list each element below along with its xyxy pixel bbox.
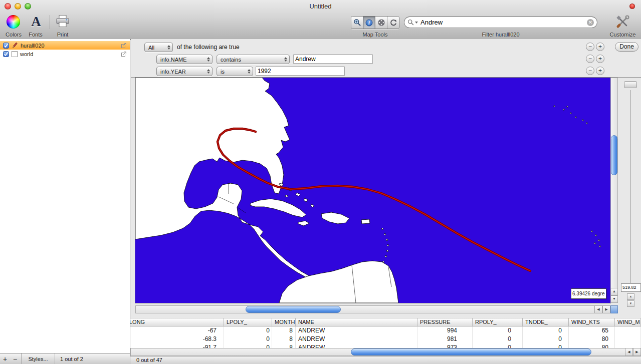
fonts-icon[interactable]: A <box>29 14 43 29</box>
table-horizontal-scrollbar-thumb[interactable] <box>351 348 591 355</box>
layer-checkbox-checked[interactable] <box>3 51 9 57</box>
detach-layer-icon[interactable] <box>121 43 127 49</box>
rule2-value-field[interactable] <box>256 67 345 76</box>
scroll-right-icon[interactable]: ▶ <box>602 305 610 313</box>
done-button[interactable]: Done <box>615 42 638 52</box>
filter-search-field[interactable]: ✕ <box>404 17 597 28</box>
match-mode-popup[interactable]: All <box>144 43 173 52</box>
print-label: Print <box>50 32 75 38</box>
map-horizontal-scrollbar[interactable] <box>135 305 610 313</box>
column-header-pressure[interactable]: PRESSURE <box>417 318 473 326</box>
layer-name: world <box>20 51 33 57</box>
layers-sidebar <box>0 39 130 353</box>
scale-down-icon[interactable]: ▼ <box>627 300 634 307</box>
rotate-tool-button[interactable] <box>387 17 399 29</box>
scroll-left-icon[interactable]: ◀ <box>625 348 633 356</box>
popup-arrows-icon <box>207 69 210 74</box>
layer-row-world[interactable]: world <box>0 50 130 58</box>
svg-text:i: i <box>368 20 370 26</box>
clear-search-icon[interactable]: ✕ <box>587 19 594 26</box>
styles-button[interactable]: Styles... <box>23 356 54 362</box>
customize-label: Customize <box>604 32 641 38</box>
rule1-field-popup[interactable]: info.NAME <box>156 55 212 64</box>
layer-count: 1 out of 2 <box>56 356 83 362</box>
column-header-wind-mph[interactable]: WIND_M <box>615 318 641 326</box>
column-header-long[interactable]: LONG <box>130 318 224 326</box>
rotate-icon <box>389 19 397 27</box>
fonts-label: Fonts <box>23 32 48 38</box>
popup-arrows-icon <box>248 69 251 74</box>
remove-rule-button[interactable]: − <box>586 43 594 51</box>
map-canvas[interactable] <box>135 78 610 303</box>
popup-arrows-icon <box>284 57 287 62</box>
add-rule-button[interactable]: + <box>596 55 604 63</box>
column-header-tnode[interactable]: TNODE_ <box>523 318 569 326</box>
scale-slider-thumb[interactable] <box>624 81 637 88</box>
pane-corner-button[interactable] <box>610 305 618 313</box>
app-window: Untitled Colors A Fonts Print <box>0 0 641 364</box>
map-tools-label: Map Tools <box>351 32 399 38</box>
scale-slider-track[interactable] <box>630 90 630 283</box>
add-rule-button[interactable]: + <box>596 43 604 51</box>
pan-tool-button[interactable] <box>375 17 387 29</box>
zoom-tool-button[interactable] <box>351 17 363 29</box>
layer-checkbox-checked[interactable] <box>3 43 9 49</box>
layer-color-swatch[interactable] <box>12 51 18 57</box>
popup-arrows-icon <box>207 57 210 62</box>
map-tools-group: i <box>351 16 399 29</box>
rule1-operator-popup[interactable]: contains <box>217 55 290 64</box>
remove-layer-button[interactable]: − <box>10 354 20 364</box>
layer-row-huralll020[interactable]: huralll020 <box>0 41 130 50</box>
search-scope-arrow-icon[interactable] <box>415 22 418 24</box>
column-header-name[interactable]: NAME <box>296 318 417 326</box>
column-header-wind-kts[interactable]: WIND_KTS <box>569 318 615 326</box>
scroll-right-icon[interactable]: ▶ <box>633 348 641 356</box>
filter-field-label: Filter huralll020 <box>404 32 597 38</box>
window-title: Untitled <box>0 3 641 10</box>
print-icon[interactable] <box>55 15 70 29</box>
layer-name: huralll020 <box>21 43 45 49</box>
search-input[interactable] <box>419 19 587 26</box>
window-chrome: Untitled Colors A Fonts Print <box>0 0 641 40</box>
map-horizontal-scrollbar-thumb[interactable] <box>246 306 341 313</box>
toolbar-separator <box>50 15 50 29</box>
pencil-edit-icon <box>12 42 18 49</box>
search-icon[interactable] <box>407 19 414 26</box>
map-vertical-scrollbar-thumb[interactable] <box>611 135 617 175</box>
info-tool-button[interactable]: i <box>363 17 375 29</box>
record-count-status: 0 out of 47 <box>130 356 641 364</box>
remove-rule-button[interactable]: − <box>586 55 594 63</box>
rule1-value-field[interactable] <box>293 55 373 64</box>
scale-up-icon[interactable]: ▲ <box>627 293 634 300</box>
table-row[interactable]: -68.3 0 8 ANDREW 981 0 0 80 <box>130 335 641 343</box>
filter-clause-text: of the following are true <box>177 44 240 51</box>
table-row[interactable]: -67 0 8 ANDREW 994 0 0 65 <box>130 326 641 335</box>
column-header-rpoly[interactable]: RPOLY_ <box>473 318 523 326</box>
pan-compass-icon <box>377 19 385 27</box>
detach-layer-icon[interactable] <box>121 51 127 57</box>
map-vertical-scrollbar[interactable] <box>610 78 618 303</box>
add-layer-button[interactable]: + <box>0 354 10 364</box>
customize-icon[interactable] <box>615 15 630 29</box>
sidebar-footer: + − Styles... 1 out of 2 <box>0 353 130 364</box>
popup-arrows-icon <box>167 45 170 50</box>
rule2-field-popup[interactable]: info.YEAR <box>156 67 212 76</box>
scroll-left-icon[interactable]: ◀ <box>594 305 602 313</box>
table-header: LONG LPOLY_ MONTH NAME PRESSURE RPOLY_ T… <box>130 318 641 326</box>
column-header-lpoly[interactable]: LPOLY_ <box>224 318 272 326</box>
rule2-operator-popup[interactable]: is <box>217 67 253 76</box>
red-status-dot <box>629 4 635 9</box>
column-header-month[interactable]: MONTH <box>272 318 296 326</box>
map-scale-indicator: 6.39426 degre <box>571 288 606 299</box>
add-rule-button[interactable]: + <box>596 67 604 75</box>
colors-icon[interactable] <box>7 15 20 29</box>
remove-rule-button[interactable]: − <box>586 67 594 75</box>
scroll-up-icon[interactable]: ▲ <box>610 288 618 295</box>
scale-value-box: 519.82 <box>621 283 641 292</box>
magnifier-icon <box>353 19 361 27</box>
scroll-down-icon[interactable]: ▼ <box>610 295 618 303</box>
info-icon: i <box>365 19 373 27</box>
